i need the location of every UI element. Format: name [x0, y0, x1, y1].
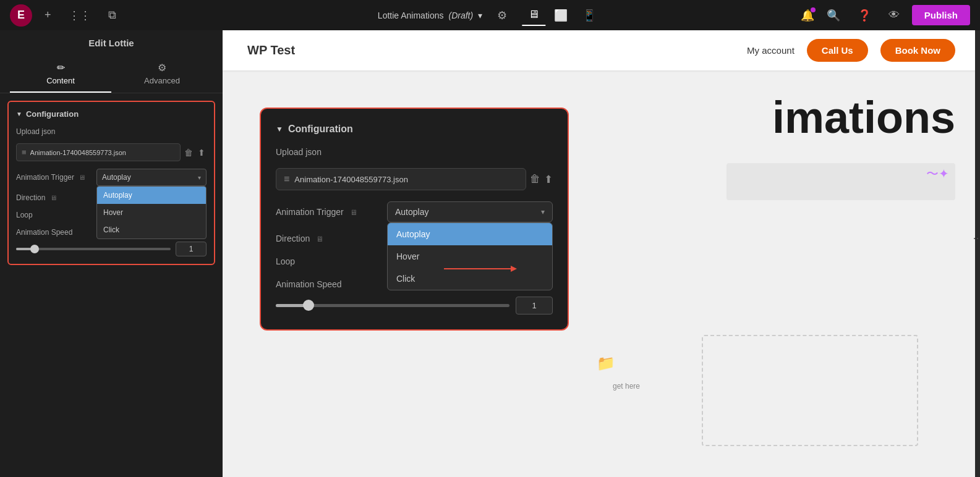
upload-field[interactable]: ≡ Animation-1740048559773.json	[16, 143, 181, 161]
configuration-label: Configuration	[26, 109, 79, 119]
delete-file-button[interactable]: 🗑	[183, 146, 194, 159]
top-bar-left: E + ⋮⋮ ⧉	[10, 4, 121, 27]
option-click[interactable]: Click	[97, 221, 206, 238]
float-collapse-icon[interactable]: ▼	[276, 125, 283, 133]
get-here-text: get here	[613, 382, 640, 390]
tab-advanced[interactable]: ⚙ Advanced	[111, 56, 213, 93]
float-direction-monitor-icon: 🖥	[316, 235, 323, 243]
trigger-dropdown-menu: Autoplay Hover Click	[96, 186, 207, 239]
my-account-link[interactable]: My account	[747, 45, 795, 56]
file-upload-row: ≡ Animation-1740048559773.json 🗑 ⬆	[16, 143, 207, 161]
page-content: imations 〜✦ ▼ Configuration Upload json …	[223, 70, 980, 477]
chevron-down-icon: ▾	[198, 174, 201, 181]
gear-icon: ⚙	[158, 62, 166, 74]
website-header: WP Test My account Call Us Book Now	[223, 30, 980, 70]
layers-button[interactable]: ⧉	[103, 6, 121, 24]
float-option-click[interactable]: Click	[388, 268, 552, 290]
selected-trigger-value: Autoplay	[102, 173, 131, 182]
page-draft-status: (Draft)	[448, 11, 473, 20]
monitor-icon: 🖥	[79, 174, 85, 181]
device-switcher: 🖥 ⬜ 📱	[522, 4, 602, 26]
float-option-autoplay[interactable]: Autoplay	[388, 223, 552, 245]
preview-button[interactable]: 👁	[884, 6, 905, 24]
animation-trigger-row: Animation Trigger 🖥 Autoplay ▾ Autoplay …	[16, 169, 207, 186]
content-area: WP Test My account Call Us Book Now imat…	[223, 30, 980, 477]
float-selected-trigger: Autoplay	[395, 207, 428, 217]
page-settings-button[interactable]: ⚙	[492, 6, 512, 25]
upload-file-button[interactable]: ⬆	[197, 146, 207, 159]
navigator-button[interactable]: ⋮⋮	[64, 6, 96, 25]
call-us-button[interactable]: Call Us	[807, 39, 868, 62]
panel-title: Edit Lottie	[10, 38, 213, 48]
collapse-icon[interactable]: ▼	[16, 111, 22, 117]
selection-area	[726, 163, 955, 200]
hero-text: imations	[772, 95, 955, 140]
float-file-name: Animation-1740048559773.json	[294, 175, 518, 184]
panel-tabs: ✏ Content ⚙ Advanced	[10, 56, 213, 93]
float-delete-file-button[interactable]: 🗑	[530, 173, 540, 186]
left-panel: Edit Lottie ✏ Content ⚙ Advanced ▼ Confi…	[0, 30, 223, 477]
notification-dot	[811, 7, 816, 12]
notifications-button[interactable]: 🔔	[801, 9, 814, 22]
tab-content[interactable]: ✏ Content	[10, 56, 111, 93]
float-monitor-icon: 🖥	[350, 208, 357, 217]
option-hover[interactable]: Hover	[97, 204, 206, 221]
tablet-view-button[interactable]: ⬜	[548, 4, 574, 26]
float-chevron-icon: ▾	[541, 208, 545, 216]
main-layout: Edit Lottie ✏ Content ⚙ Advanced ▼ Confi…	[0, 30, 980, 477]
float-option-hover[interactable]: Hover	[388, 245, 552, 268]
float-direction-label: Direction 🖥	[276, 234, 387, 243]
float-trigger-dropdown: Autoplay Hover Click	[387, 222, 553, 290]
configuration-section: ▼ Configuration Upload json ≡ Animation-…	[7, 101, 215, 265]
float-upload-actions: 🗑 ⬆	[530, 173, 553, 186]
speed-value[interactable]: 1	[176, 242, 207, 256]
float-animation-trigger-label: Animation Trigger 🖥	[276, 207, 387, 217]
speed-slider-track[interactable]	[16, 248, 171, 250]
mobile-view-button[interactable]: 📱	[576, 4, 602, 26]
desktop-view-button[interactable]: 🖥	[522, 4, 545, 26]
float-configuration-label: Configuration	[288, 124, 353, 135]
folder-icon: 📁	[597, 355, 615, 372]
top-bar: E + ⋮⋮ ⧉ Lottie Animations (Draft) ▾ ⚙ 🖥…	[0, 0, 980, 30]
page-title: Lottie Animations	[378, 11, 444, 20]
speed-slider-thumb[interactable]	[30, 245, 39, 253]
elementor-logo[interactable]: E	[10, 4, 32, 27]
float-speed-value[interactable]: 1	[516, 297, 553, 314]
float-upload-json-row: Upload json	[276, 147, 553, 157]
animation-trigger-label: Animation Trigger 🖥	[16, 173, 96, 182]
file-icon: ≡	[22, 148, 27, 157]
float-speed-slider-track[interactable]	[276, 304, 509, 307]
animation-wave-icon: 〜✦	[926, 166, 949, 182]
option-autoplay[interactable]: Autoplay	[97, 187, 206, 204]
float-animation-trigger-row: Animation Trigger 🖥 Autoplay ▾ Autoplay …	[276, 201, 553, 222]
float-file-upload-row: ≡ Animation-1740048559773.json 🗑 ⬆	[276, 168, 553, 190]
float-config-header: ▼ Configuration	[276, 124, 553, 135]
pencil-icon: ✏	[57, 62, 65, 74]
upload-json-label: Upload json	[16, 127, 96, 136]
trigger-select[interactable]: Autoplay ▾	[96, 169, 207, 186]
float-speed-control: 1	[276, 297, 553, 314]
placeholder-dashed-area	[702, 335, 918, 446]
page-title-bar[interactable]: Lottie Animations (Draft) ▾	[378, 11, 482, 20]
float-speed-slider-thumb[interactable]	[303, 300, 314, 311]
add-element-button[interactable]: +	[40, 6, 56, 24]
float-file-icon: ≡	[284, 174, 289, 185]
site-logo: WP Test	[247, 43, 295, 57]
float-upload-field[interactable]: ≡ Animation-1740048559773.json	[276, 168, 526, 190]
float-loop-label: Loop	[276, 256, 387, 266]
top-bar-center: Lottie Animations (Draft) ▾ ⚙ 🖥 ⬜ 📱	[378, 4, 602, 26]
book-now-button[interactable]: Book Now	[880, 39, 955, 62]
monitor-icon-direction: 🖥	[50, 194, 57, 201]
resize-handle[interactable]: ⋮	[975, 30, 980, 477]
floating-config-panel: ▼ Configuration Upload json ≡ Animation-…	[260, 108, 569, 331]
float-trigger-select[interactable]: Autoplay ▾	[387, 201, 553, 222]
float-upload-file-button[interactable]: ⬆	[544, 173, 553, 186]
speed-control: 1	[16, 242, 207, 256]
search-button[interactable]: 🔍	[822, 6, 845, 25]
red-arrow-connector	[444, 268, 512, 269]
header-nav: My account Call Us Book Now	[747, 39, 955, 62]
upload-actions: 🗑 ⬆	[183, 146, 207, 159]
configuration-header: ▼ Configuration	[16, 109, 207, 119]
publish-button[interactable]: Publish	[912, 5, 970, 25]
help-button[interactable]: ❓	[853, 6, 876, 25]
